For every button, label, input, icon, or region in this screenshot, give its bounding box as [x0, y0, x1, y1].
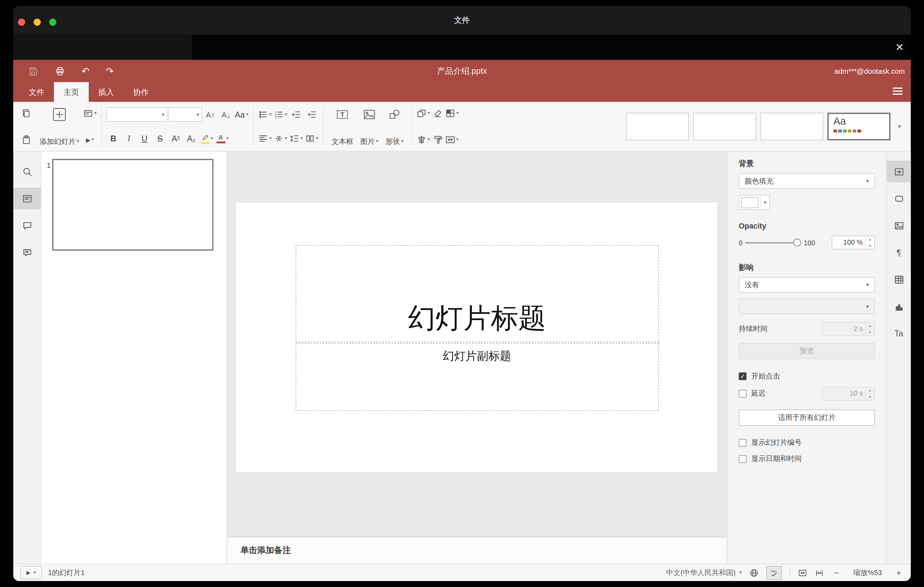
background-panel	[13, 35, 192, 60]
highlight-color-button[interactable]: ▾	[200, 130, 214, 146]
slide-canvas[interactable]: 幻灯片标题 幻灯片副标题	[235, 201, 718, 473]
image-icon	[363, 106, 375, 123]
transition-effect-select[interactable]: 没有▾	[739, 277, 875, 292]
slide-title-text[interactable]: 幻灯片标题	[408, 300, 546, 337]
decrease-indent-button[interactable]	[289, 107, 303, 122]
title-placeholder[interactable]: 幻灯片标题	[295, 246, 658, 343]
start-on-click-checkbox[interactable]: ✓	[739, 373, 746, 380]
insert-image-button[interactable]: 图片▾	[357, 106, 382, 148]
zoom-traffic-button[interactable]	[49, 18, 56, 26]
opacity-slider-knob[interactable]	[794, 238, 801, 246]
show-slide-number-checkbox[interactable]	[739, 439, 746, 447]
arrange-shapes-button[interactable]: ▾	[416, 106, 431, 121]
left-toolbar	[13, 152, 41, 564]
zoom-in-button[interactable]: +	[894, 568, 904, 577]
slide-canvas-area[interactable]: 幻灯片标题 幻灯片副标题	[227, 152, 727, 537]
change-case-button[interactable]: Aa▾	[234, 107, 249, 122]
font-color-button[interactable]: A ▾	[215, 130, 229, 146]
clear-style-button[interactable]	[431, 106, 445, 121]
presentation-editor: ↶ ↷ 产品介绍.pptx adm***@dootask.com 文件 主页 插…	[13, 60, 911, 581]
paragraph-settings-button[interactable]: ¶	[887, 242, 911, 263]
increase-indent-button[interactable]	[305, 107, 319, 122]
copy-style-button[interactable]	[431, 132, 445, 147]
transition-variant-select[interactable]: ▾	[739, 299, 875, 314]
columns-button[interactable]: ▾	[305, 130, 319, 146]
tab-collaboration[interactable]: 协作	[124, 82, 158, 102]
tab-home[interactable]: 主页	[54, 82, 89, 102]
minimize-traffic-button[interactable]	[34, 18, 41, 26]
slide-layout-button[interactable]: ▾	[83, 106, 97, 121]
color-scheme-button[interactable]: ▾	[445, 106, 459, 121]
theme-thumbnail[interactable]	[761, 113, 823, 140]
slide-subtitle-text[interactable]: 幻灯片副标题	[443, 348, 511, 364]
theme-thumbnail[interactable]	[626, 113, 689, 140]
delay-spinner[interactable]: ▴▾	[865, 387, 874, 400]
bold-button[interactable]: B	[106, 130, 120, 146]
duration-input[interactable]: 2 s ▴▾	[822, 322, 875, 336]
textart-settings-button[interactable]: Ta	[887, 323, 911, 344]
insert-shape-button[interactable]: 形状▾	[382, 106, 407, 148]
opacity-slider[interactable]	[746, 238, 801, 247]
start-preview-button[interactable]: ▶▾	[20, 566, 42, 579]
delay-input[interactable]: 10 s ▴▾	[822, 387, 875, 401]
line-spacing-button[interactable]: ▾	[289, 130, 303, 146]
italic-button[interactable]: I	[122, 130, 136, 146]
table-settings-button[interactable]	[887, 269, 911, 290]
underline-button[interactable]: U	[137, 130, 152, 146]
theme-thumbnail[interactable]	[693, 113, 756, 140]
horizontal-align-button[interactable]: ▾	[258, 130, 272, 146]
numbered-list-button[interactable]: 123 ▾	[274, 107, 288, 122]
start-slideshow-button[interactable]: ▶ ▾	[83, 132, 97, 147]
strikethrough-button[interactable]: S	[153, 130, 167, 146]
superscript-button[interactable]: A²	[168, 130, 183, 146]
paste-button[interactable]	[19, 132, 34, 147]
delay-checkbox[interactable]	[739, 390, 746, 397]
opacity-spinner[interactable]: ▴▾	[865, 236, 874, 249]
slide-1-thumbnail[interactable]	[52, 159, 213, 251]
notes-area[interactable]: 单击添加备注	[227, 537, 727, 564]
bullet-list-button[interactable]: ▾	[258, 107, 272, 122]
color-swatch	[741, 197, 759, 208]
subtitle-placeholder[interactable]: 幻灯片副标题	[295, 343, 658, 411]
increase-font-size-button[interactable]: A↑	[203, 107, 218, 122]
zoom-level-label: 缩放%53	[849, 568, 886, 578]
preview-button[interactable]: 预览	[739, 343, 875, 359]
duration-spinner[interactable]: ▴▾	[865, 323, 874, 335]
chart-settings-button[interactable]	[887, 295, 911, 317]
feedback-button[interactable]	[13, 242, 41, 263]
more-themes-button[interactable]: ▾	[898, 124, 901, 130]
image-settings-button[interactable]	[887, 214, 911, 236]
document-language-icon[interactable]	[749, 568, 759, 577]
menu-icon[interactable]	[893, 87, 902, 94]
insert-textbox-button[interactable]: T 文本框	[328, 106, 357, 148]
background-fill-select[interactable]: 颜色填充▾	[739, 173, 875, 189]
font-size-select[interactable]: ▾	[168, 107, 202, 122]
background-color-picker[interactable]: ▾	[739, 195, 770, 210]
decrease-font-size-button[interactable]: A↓	[219, 107, 233, 122]
slide-size-button[interactable]: ▾	[445, 132, 459, 147]
subscript-button[interactable]: A₂	[184, 130, 198, 146]
opacity-value-input[interactable]: 100 % ▴▾	[832, 236, 875, 249]
search-button[interactable]	[13, 161, 41, 182]
close-traffic-button[interactable]	[18, 18, 25, 26]
theme-thumbnail-selected[interactable]: Aa	[827, 113, 890, 140]
vertical-align-button[interactable]: ▾	[274, 130, 288, 146]
add-slide-button[interactable]: 添加幻灯片▾	[36, 106, 82, 148]
align-shapes-button[interactable]: ▾	[416, 132, 431, 147]
tab-file[interactable]: 文件	[19, 82, 54, 102]
spellcheck-icon[interactable]: ABC	[766, 566, 782, 579]
close-icon[interactable]: ×	[896, 38, 904, 56]
font-name-select[interactable]: ▾	[106, 107, 167, 122]
slides-panel-button[interactable]	[13, 188, 41, 209]
show-date-time-checkbox[interactable]	[739, 455, 746, 463]
shape-settings-button[interactable]	[887, 188, 911, 209]
language-selector[interactable]: 中文(中华人民共和国)▾	[666, 568, 742, 578]
slide-settings-button[interactable]	[887, 161, 911, 182]
fit-slide-icon[interactable]	[798, 568, 807, 577]
comments-button[interactable]	[13, 214, 41, 236]
fit-width-icon[interactable]	[815, 568, 824, 577]
zoom-out-button[interactable]: −	[832, 568, 841, 577]
tab-insert[interactable]: 插入	[89, 82, 124, 102]
copy-button[interactable]	[19, 106, 34, 121]
apply-to-all-slides-button[interactable]: 适用于所有幻灯片	[739, 410, 875, 426]
